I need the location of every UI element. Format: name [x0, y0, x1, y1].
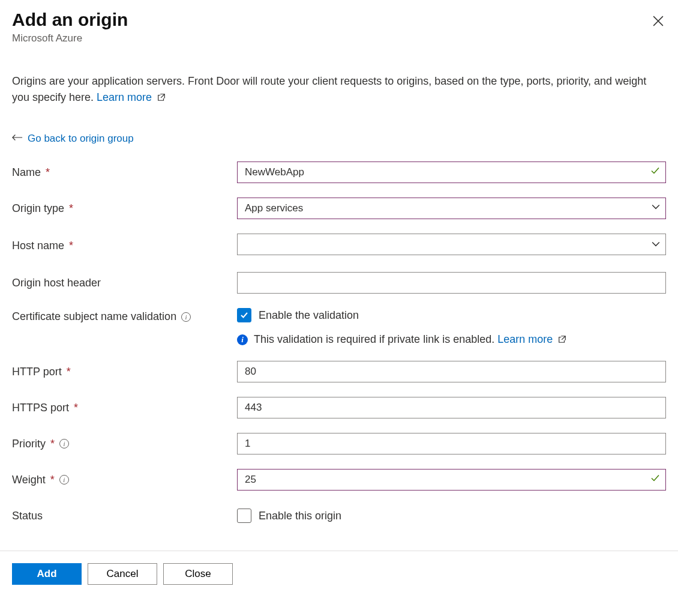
priority-label: Priority: [12, 438, 46, 450]
required-indicator: *: [69, 240, 73, 252]
weight-input[interactable]: [237, 469, 666, 491]
host-name-select[interactable]: [237, 234, 666, 255]
info-icon[interactable]: i: [59, 475, 69, 485]
external-link-icon: [157, 90, 166, 106]
info-icon[interactable]: i: [181, 312, 191, 322]
enable-origin-label: Enable this origin: [259, 510, 341, 522]
http-port-label: HTTP port: [12, 366, 62, 378]
enable-validation-checkbox[interactable]: [237, 308, 251, 322]
status-label: Status: [12, 510, 43, 522]
arrow-left-icon: [12, 133, 23, 145]
required-indicator: *: [50, 474, 55, 486]
cert-validation-label: Certificate subject name validation: [12, 310, 176, 323]
https-port-label: HTTPS port: [12, 402, 69, 414]
intro-paragraph: Origins are your application servers. Fr…: [12, 73, 666, 106]
panel-title: Add an origin: [12, 10, 650, 30]
required-indicator: *: [69, 202, 73, 215]
validation-learn-more-link[interactable]: Learn more: [497, 333, 566, 345]
https-port-input[interactable]: [237, 397, 666, 418]
close-button[interactable]: Close: [163, 563, 233, 585]
http-port-input[interactable]: [237, 361, 666, 382]
origin-type-select[interactable]: App services: [237, 198, 666, 219]
name-input[interactable]: [237, 162, 666, 183]
external-link-icon: [558, 334, 566, 346]
validation-info-message: i This validation is required if private…: [237, 333, 666, 346]
validation-info-text: This validation is required if private l…: [254, 333, 497, 345]
enable-validation-label: Enable the validation: [259, 309, 359, 322]
required-indicator: *: [67, 366, 71, 378]
info-icon[interactable]: i: [59, 439, 69, 448]
name-label: Name: [12, 166, 41, 179]
info-icon: i: [237, 334, 248, 345]
panel-footer: Add Cancel Close: [0, 551, 678, 597]
host-name-label: Host name: [12, 240, 64, 252]
intro-learn-more-link[interactable]: Learn more: [97, 91, 166, 103]
priority-input[interactable]: [237, 433, 666, 454]
origin-host-header-input[interactable]: [237, 272, 666, 294]
required-indicator: *: [46, 166, 50, 179]
origin-type-label: Origin type: [12, 202, 64, 215]
required-indicator: *: [50, 438, 55, 450]
origin-form: Name * Origin type * App services: [12, 162, 666, 527]
enable-origin-checkbox[interactable]: [237, 509, 251, 523]
required-indicator: *: [74, 402, 78, 414]
close-icon[interactable]: [650, 13, 666, 32]
panel-header: Add an origin Microsoft Azure: [12, 10, 666, 44]
add-button[interactable]: Add: [12, 563, 82, 585]
origin-host-header-label: Origin host header: [12, 277, 101, 289]
weight-label: Weight: [12, 474, 46, 486]
panel-subtitle: Microsoft Azure: [12, 32, 650, 44]
back-link[interactable]: Go back to origin group: [28, 133, 134, 145]
cancel-button[interactable]: Cancel: [88, 563, 157, 585]
